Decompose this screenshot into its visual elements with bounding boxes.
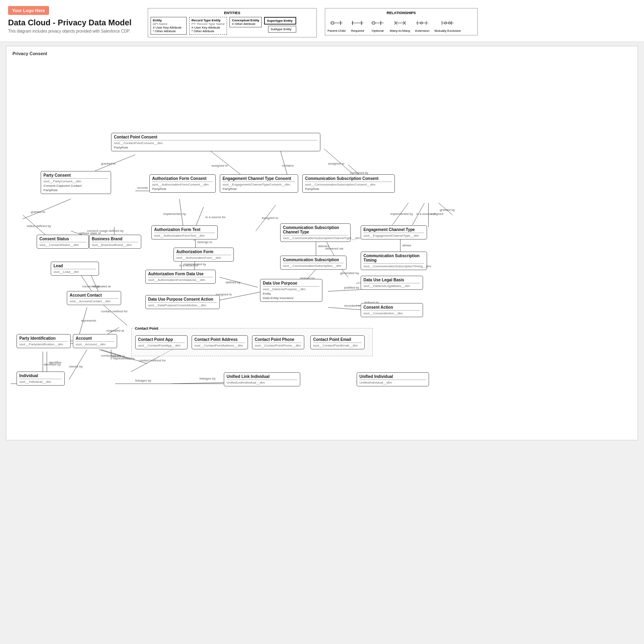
svg-text:identifies: identifies xyxy=(49,361,61,364)
legend-rel-extension: Extension xyxy=(414,17,430,33)
entity-auth-form-consent: Authorization Form Consent ssot__Authori… xyxy=(149,174,216,193)
legend-entity-record-type: Record Type Entity PT: Record Type Name … xyxy=(189,17,227,35)
svg-text:represented by: represented by xyxy=(113,357,134,360)
svg-line-47 xyxy=(91,275,99,293)
legend-rel-optional: Optional xyxy=(369,17,386,33)
relationships-legend-title: RELATIONSHIPS xyxy=(328,11,475,15)
svg-line-91 xyxy=(220,277,258,287)
svg-line-85 xyxy=(392,203,409,225)
entity-individual: Individual ssot__Individual__dlm xyxy=(17,372,65,386)
svg-text:status defined by: status defined by xyxy=(27,224,51,228)
contact-point-label: Contact Point xyxy=(134,326,160,330)
entity-account-contact: Account Contact ssot__AccountContact__dl… xyxy=(67,291,121,305)
diagram-subtitle: This diagram includes privacy objects pr… xyxy=(8,29,132,33)
svg-text:linkages by: linkages by xyxy=(200,377,216,380)
diagram-title: Data Cloud - Privacy Data Model xyxy=(8,18,132,27)
svg-text:granted to: granted to xyxy=(31,210,45,214)
legend-area: ENTITIES Entity API Name # User Key Attr… xyxy=(148,8,636,37)
svg-text:conducted via: conducted via xyxy=(101,354,121,357)
svg-line-49 xyxy=(79,308,87,336)
header-left: Your Logo Here Data Cloud - Privacy Data… xyxy=(8,6,132,33)
svg-text:granted by: granted by xyxy=(440,208,455,212)
entity-account: Account ssot__Account__dlm xyxy=(73,334,117,348)
entity-unified-individual: Unified Individual UnifiedIndividual__dl… xyxy=(357,372,429,386)
svg-text:implemented by: implemented by xyxy=(184,262,206,266)
svg-text:parent of: parent of xyxy=(112,355,125,358)
svg-text:converted to: converted to xyxy=(82,285,100,288)
diagram-container: Privacy Consent granted to assigned to c… xyxy=(6,46,638,440)
entity-lead: Lead ssot__Lead__dlm xyxy=(51,262,99,276)
entity-auth-form: Authorization Form ssot__AuthorizationFo… xyxy=(173,248,234,262)
svg-text:implemented by: implemented by xyxy=(390,212,413,216)
legend-entity-conceptual: Conceptual Entity # Other Attribute xyxy=(229,17,262,27)
entities-legend: ENTITIES Entity API Name # User Key Attr… xyxy=(148,8,317,37)
svg-text:consent usage defined by: consent usage defined by xyxy=(87,229,124,233)
entity-engagement-channel-consent: Engagement Channel Type Consent ssot__En… xyxy=(220,174,298,193)
legend-rel-parent-child: Parent-Child xyxy=(328,17,345,33)
svg-text:assigned to: assigned to xyxy=(328,162,345,165)
entity-auth-form-text: Authorization Form Text ssot__Authorizat… xyxy=(151,225,218,239)
svg-text:assigned: assigned xyxy=(430,212,443,216)
entity-consent-status: Consent Status ssot__ConsentStatus__dlm xyxy=(37,235,89,249)
svg-line-77 xyxy=(196,207,204,227)
entity-unified-link-individual: Unified Link Individual UnifiedLinkIndiv… xyxy=(224,372,300,386)
svg-line-79 xyxy=(256,205,276,231)
svg-text:belongs to: belongs to xyxy=(198,240,213,244)
relationships-legend: RELATIONSHIPS Parent-Child Required Opti… xyxy=(325,8,478,35)
legend-rel-mutually-exclusive: Mutually Exclusive xyxy=(434,17,461,33)
entity-party-consent: Party Consent ssot__PartyConsent__dlm Co… xyxy=(41,171,111,194)
legend-entity-normal: Entity API Name # User Key Attribute * O… xyxy=(151,17,187,35)
logo: Your Logo Here xyxy=(8,6,49,15)
header: Your Logo Here Data Cloud - Privacy Data… xyxy=(0,0,644,42)
svg-line-109 xyxy=(69,349,87,380)
svg-text:contains: contains xyxy=(282,164,294,167)
entity-comm-sub-timing: Communication Subscription Timing ssot__… xyxy=(361,252,427,270)
entity-business-brand: Business Brand ssot__BusinessBrand__dlm xyxy=(89,235,141,249)
entity-contact-point-address: Contact Point Address ssot__ContactPoint… xyxy=(192,335,248,349)
svg-text:is a source of: is a source of xyxy=(417,212,436,216)
svg-line-27 xyxy=(280,149,288,177)
entity-consent-action: Consent Action ssot__ConsentAction__dlm xyxy=(361,303,423,317)
svg-line-23 xyxy=(95,155,135,171)
svg-text:delivers: delivers xyxy=(318,244,329,248)
svg-text:assigned to: assigned to xyxy=(262,216,278,220)
legend-entity-supertype: Supertype Entity Subtype Entity xyxy=(264,17,296,33)
svg-text:contact method for: contact method for xyxy=(101,310,128,313)
svg-line-101 xyxy=(99,349,131,359)
svg-text:is a record of: is a record of xyxy=(180,264,198,267)
svg-text:delivered via: delivered via xyxy=(325,247,343,250)
svg-text:granted to: granted to xyxy=(101,162,116,165)
svg-text:generated by: generated by xyxy=(340,271,359,275)
entity-data-use-purpose: Data Use Purpose ssot__DataUsePurpose__d… xyxy=(260,279,322,302)
entity-contact-point-app: Contact Point App ssot__ContactPointApp_… xyxy=(135,335,188,349)
entity-engagement-channel-type: Engagement Channel Type ssot__Engagement… xyxy=(361,225,427,239)
privacy-consent-label: Privacy Consent xyxy=(12,51,47,56)
legend-rel-required: Required xyxy=(349,17,365,33)
entity-comm-sub-channel-type: Communication Subscription Channel Type … xyxy=(280,223,351,242)
entity-comm-subscription: Communication Subscription ssot__Communi… xyxy=(280,256,347,270)
svg-text:records: records xyxy=(137,186,148,190)
svg-text:is a source for: is a source for xyxy=(206,215,226,219)
svg-text:contact method for: contact method for xyxy=(139,359,166,362)
entity-contact-point-phone: Contact Point Phone ssot__ContactPointPh… xyxy=(252,335,304,349)
svg-line-122 xyxy=(438,203,452,215)
relationships-legend-items: Parent-Child Required Optional Many-to-M… xyxy=(328,17,475,33)
svg-line-83 xyxy=(413,203,425,225)
svg-text:originated at: originated at xyxy=(93,285,111,288)
entities-legend-items: Entity API Name # User Key Attribute * O… xyxy=(151,17,314,35)
svg-line-81 xyxy=(180,199,184,229)
entities-legend-title: ENTITIES xyxy=(151,11,314,15)
svg-text:recorded on: recorded on xyxy=(344,304,361,308)
svg-text:identified by: identified by xyxy=(43,363,61,366)
svg-text:linkages by: linkages by xyxy=(135,379,151,382)
entity-contact-point-email: Contact Point Email ssot__ContactPointEm… xyxy=(310,335,365,349)
legend-rel-many: Many-to-Many xyxy=(390,17,410,33)
svg-text:assigned to: assigned to xyxy=(212,164,228,167)
svg-text:represents: represents xyxy=(81,319,96,322)
svg-line-45 xyxy=(81,275,93,293)
svg-text:justified by: justified by xyxy=(344,286,359,289)
svg-text:allows: allows xyxy=(402,244,411,247)
svg-text:owned by: owned by xyxy=(69,365,83,368)
entity-party-identification: Party Identification ssot__PartyIdentifi… xyxy=(17,334,71,348)
entity-data-use-legal-basis: Data Use Legal Basis ssot__DataUseLegalB… xyxy=(361,276,423,290)
